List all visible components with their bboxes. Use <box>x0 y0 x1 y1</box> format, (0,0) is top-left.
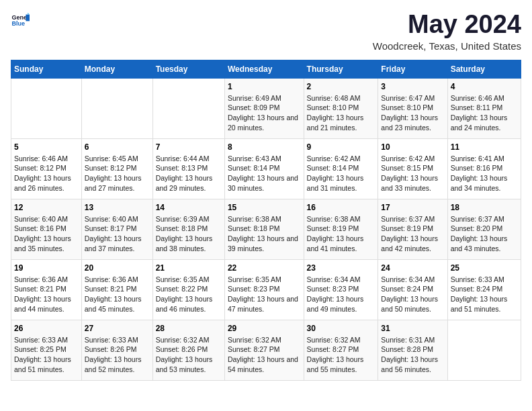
day-number: 10 <box>381 142 444 152</box>
day-number: 6 <box>85 142 150 152</box>
day-number: 30 <box>307 324 375 333</box>
calendar-cell: 25Sunrise: 6:33 AMSunset: 8:24 PMDayligh… <box>447 259 521 320</box>
day-info: Sunrise: 6:37 AMSunset: 8:19 PMDaylight:… <box>381 214 444 254</box>
day-number: 12 <box>14 203 79 212</box>
day-number: 14 <box>156 203 222 212</box>
calendar-header: SundayMondayTuesdayWednesdayThursdayFrid… <box>11 60 521 78</box>
day-number: 23 <box>307 263 375 273</box>
calendar-cell: 26Sunrise: 6:33 AMSunset: 8:25 PMDayligh… <box>11 320 82 380</box>
calendar-cell <box>152 78 224 138</box>
calendar-cell: 12Sunrise: 6:40 AMSunset: 8:16 PMDayligh… <box>11 199 82 259</box>
day-number: 21 <box>156 263 222 273</box>
day-info: Sunrise: 6:37 AMSunset: 8:20 PMDaylight:… <box>451 214 518 254</box>
day-info: Sunrise: 6:35 AMSunset: 8:22 PMDaylight:… <box>156 275 222 314</box>
day-info: Sunrise: 6:34 AMSunset: 8:24 PMDaylight:… <box>381 275 444 314</box>
calendar-cell: 14Sunrise: 6:39 AMSunset: 8:18 PMDayligh… <box>152 199 224 259</box>
calendar-cell: 28Sunrise: 6:32 AMSunset: 8:26 PMDayligh… <box>152 320 224 380</box>
day-number: 25 <box>451 263 518 273</box>
day-info: Sunrise: 6:45 AMSunset: 8:12 PMDaylight:… <box>85 154 150 193</box>
calendar-cell: 7Sunrise: 6:44 AMSunset: 8:13 PMDaylight… <box>152 138 224 199</box>
calendar-cell: 19Sunrise: 6:36 AMSunset: 8:21 PMDayligh… <box>11 259 82 320</box>
calendar-week-5: 26Sunrise: 6:33 AMSunset: 8:25 PMDayligh… <box>11 320 521 380</box>
calendar-week-2: 5Sunrise: 6:46 AMSunset: 8:12 PMDaylight… <box>11 138 521 199</box>
day-info: Sunrise: 6:34 AMSunset: 8:23 PMDaylight:… <box>307 275 375 314</box>
calendar-cell: 13Sunrise: 6:40 AMSunset: 8:17 PMDayligh… <box>81 199 152 259</box>
day-info: Sunrise: 6:36 AMSunset: 8:21 PMDaylight:… <box>85 275 150 314</box>
header-day-wednesday: Wednesday <box>224 60 304 78</box>
day-number: 27 <box>85 324 150 333</box>
calendar-body: 1Sunrise: 6:49 AMSunset: 8:09 PMDaylight… <box>11 78 521 380</box>
header-day-sunday: Sunday <box>11 60 82 78</box>
day-info: Sunrise: 6:39 AMSunset: 8:18 PMDaylight:… <box>156 214 222 254</box>
header-day-monday: Monday <box>81 60 152 78</box>
calendar-cell: 4Sunrise: 6:46 AMSunset: 8:11 PMDaylight… <box>447 78 521 138</box>
calendar-week-4: 19Sunrise: 6:36 AMSunset: 8:21 PMDayligh… <box>11 259 521 320</box>
calendar-cell <box>447 320 521 380</box>
day-info: Sunrise: 6:35 AMSunset: 8:23 PMDaylight:… <box>228 275 301 314</box>
day-number: 13 <box>85 203 150 212</box>
day-number: 3 <box>381 82 444 91</box>
calendar-table: SundayMondayTuesdayWednesdayThursdayFrid… <box>11 60 521 381</box>
header-day-saturday: Saturday <box>447 60 521 78</box>
day-info: Sunrise: 6:38 AMSunset: 8:18 PMDaylight:… <box>228 214 301 254</box>
calendar-cell: 17Sunrise: 6:37 AMSunset: 8:19 PMDayligh… <box>378 199 447 259</box>
calendar-cell: 22Sunrise: 6:35 AMSunset: 8:23 PMDayligh… <box>224 259 304 320</box>
day-info: Sunrise: 6:46 AMSunset: 8:12 PMDaylight:… <box>14 154 79 193</box>
calendar-cell <box>11 78 82 138</box>
day-info: Sunrise: 6:33 AMSunset: 8:26 PMDaylight:… <box>85 335 150 375</box>
calendar-cell: 24Sunrise: 6:34 AMSunset: 8:24 PMDayligh… <box>378 259 447 320</box>
calendar-cell: 1Sunrise: 6:49 AMSunset: 8:09 PMDaylight… <box>224 78 304 138</box>
svg-text:Blue: Blue <box>11 20 25 27</box>
title-area: May 2024 Woodcreek, Texas, United States <box>373 11 521 52</box>
day-number: 22 <box>228 263 301 273</box>
day-number: 8 <box>228 142 301 152</box>
day-info: Sunrise: 6:36 AMSunset: 8:21 PMDaylight:… <box>14 275 79 314</box>
day-number: 7 <box>156 142 222 152</box>
calendar-week-1: 1Sunrise: 6:49 AMSunset: 8:09 PMDaylight… <box>11 78 521 138</box>
calendar-cell: 16Sunrise: 6:38 AMSunset: 8:19 PMDayligh… <box>304 199 378 259</box>
day-number: 28 <box>156 324 222 333</box>
day-number: 26 <box>14 324 79 333</box>
day-info: Sunrise: 6:42 AMSunset: 8:15 PMDaylight:… <box>381 154 444 193</box>
calendar-cell: 6Sunrise: 6:45 AMSunset: 8:12 PMDaylight… <box>81 138 152 199</box>
header-day-friday: Friday <box>378 60 447 78</box>
day-info: Sunrise: 6:32 AMSunset: 8:26 PMDaylight:… <box>156 335 222 375</box>
day-info: Sunrise: 6:41 AMSunset: 8:16 PMDaylight:… <box>451 154 518 193</box>
day-number: 17 <box>381 203 444 212</box>
day-info: Sunrise: 6:32 AMSunset: 8:27 PMDaylight:… <box>307 335 375 375</box>
day-number: 31 <box>381 324 444 333</box>
calendar-cell: 3Sunrise: 6:47 AMSunset: 8:10 PMDaylight… <box>378 78 447 138</box>
day-number: 15 <box>228 203 301 212</box>
calendar-cell: 23Sunrise: 6:34 AMSunset: 8:23 PMDayligh… <box>304 259 378 320</box>
day-info: Sunrise: 6:40 AMSunset: 8:17 PMDaylight:… <box>85 214 150 254</box>
calendar-cell: 21Sunrise: 6:35 AMSunset: 8:22 PMDayligh… <box>152 259 224 320</box>
svg-marker-2 <box>26 15 30 21</box>
day-info: Sunrise: 6:49 AMSunset: 8:09 PMDaylight:… <box>228 93 301 133</box>
header-day-tuesday: Tuesday <box>152 60 224 78</box>
day-number: 18 <box>451 203 518 212</box>
day-info: Sunrise: 6:48 AMSunset: 8:10 PMDaylight:… <box>307 93 375 133</box>
calendar-cell: 15Sunrise: 6:38 AMSunset: 8:18 PMDayligh… <box>224 199 304 259</box>
calendar-cell: 5Sunrise: 6:46 AMSunset: 8:12 PMDaylight… <box>11 138 82 199</box>
day-info: Sunrise: 6:43 AMSunset: 8:14 PMDaylight:… <box>228 154 301 193</box>
day-number: 24 <box>381 263 444 273</box>
day-info: Sunrise: 6:46 AMSunset: 8:11 PMDaylight:… <box>451 93 518 133</box>
day-number: 4 <box>451 82 518 91</box>
calendar-cell: 29Sunrise: 6:32 AMSunset: 8:27 PMDayligh… <box>224 320 304 380</box>
calendar-week-3: 12Sunrise: 6:40 AMSunset: 8:16 PMDayligh… <box>11 199 521 259</box>
day-info: Sunrise: 6:47 AMSunset: 8:10 PMDaylight:… <box>381 93 444 133</box>
calendar-cell: 11Sunrise: 6:41 AMSunset: 8:16 PMDayligh… <box>447 138 521 199</box>
day-info: Sunrise: 6:38 AMSunset: 8:19 PMDaylight:… <box>307 214 375 254</box>
calendar-cell <box>81 78 152 138</box>
subtitle: Woodcreek, Texas, United States <box>373 40 521 52</box>
day-info: Sunrise: 6:33 AMSunset: 8:25 PMDaylight:… <box>14 335 79 375</box>
day-number: 9 <box>307 142 375 152</box>
day-info: Sunrise: 6:40 AMSunset: 8:16 PMDaylight:… <box>14 214 79 254</box>
calendar-cell: 30Sunrise: 6:32 AMSunset: 8:27 PMDayligh… <box>304 320 378 380</box>
day-info: Sunrise: 6:32 AMSunset: 8:27 PMDaylight:… <box>228 335 301 375</box>
page-header: General Blue May 2024 Woodcreek, Texas, … <box>11 11 521 52</box>
day-info: Sunrise: 6:42 AMSunset: 8:14 PMDaylight:… <box>307 154 375 193</box>
day-number: 11 <box>451 142 518 152</box>
calendar-cell: 31Sunrise: 6:31 AMSunset: 8:28 PMDayligh… <box>378 320 447 380</box>
day-number: 29 <box>228 324 301 333</box>
